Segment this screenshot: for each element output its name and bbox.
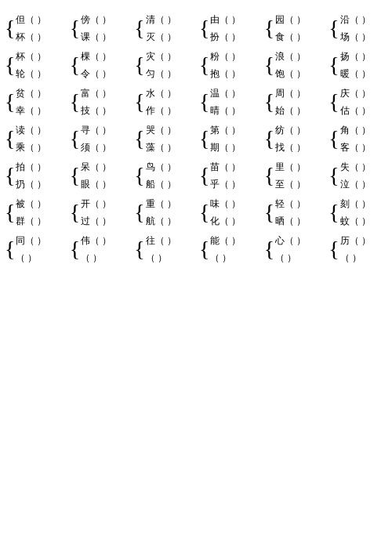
chars-column: 贫（ ）幸（ ） (16, 85, 69, 119)
column-group: {杯（ ）轮（ ） (5, 48, 70, 82)
column-group: {轻（ ）晒（ ） (264, 195, 329, 230)
column-group: {傍（ ）课（ ） (70, 11, 135, 45)
chars-column: 历（ ）（ ） (340, 232, 392, 266)
bot-char: 乘（ ） (16, 139, 69, 156)
left-brace: { (264, 54, 274, 76)
top-char: 富（ ） (81, 85, 134, 102)
row-group: {被（ ）群（ ）{开（ ）过（ ）{重（ ）航（ ）{味（ ）化（ ）{轻（ … (5, 195, 392, 230)
bot-char: （ ） (16, 249, 69, 266)
bot-char: 客（ ） (340, 139, 392, 156)
top-char: 园（ ） (275, 11, 328, 28)
chars-column: 灾（ ）匀（ ） (146, 48, 199, 82)
chars-column: 开（ ）过（ ） (81, 195, 134, 230)
top-char: 棵（ ） (81, 48, 134, 65)
top-char: 开（ ） (81, 195, 134, 212)
bot-char: （ ） (146, 249, 199, 266)
column-group: {味（ ）化（ ） (199, 195, 264, 230)
top-char: 纺（ ） (275, 121, 328, 139)
left-brace: { (328, 128, 339, 150)
bot-char: 估（ ） (340, 102, 392, 119)
top-char: 傍（ ） (81, 11, 134, 28)
bot-char: 眼（ ） (81, 176, 134, 193)
column-group: {清（ ）灭（ ） (134, 11, 199, 45)
top-char: 读（ ） (16, 121, 69, 139)
top-char: 贫（ ） (16, 85, 69, 102)
column-group: {刻（ ）蚊（ ） (328, 195, 392, 230)
column-group: {但（ ）杯（ ） (5, 11, 70, 45)
bot-char: （ ） (81, 249, 134, 266)
left-brace: { (134, 165, 144, 186)
main-content: {但（ ）杯（ ）{傍（ ）课（ ）{清（ ）灭（ ）{由（ ）扮（ ）{园（ … (0, 0, 392, 280)
bot-char: 期（ ） (210, 139, 263, 156)
column-group: {心（ ）（ ） (264, 232, 329, 266)
bot-char: 课（ ） (81, 28, 134, 45)
top-char: 苗（ ） (210, 158, 263, 176)
chars-column: 富（ ）技（ ） (81, 85, 134, 119)
left-brace: { (5, 238, 15, 260)
column-group: {伟（ ）（ ） (70, 232, 135, 266)
chars-column: 轻（ ）晒（ ） (275, 195, 328, 230)
bot-char: 船（ ） (146, 176, 199, 193)
left-brace: { (5, 201, 15, 223)
bot-char: 乎（ ） (210, 176, 263, 193)
chars-column: 被（ ）群（ ） (16, 195, 69, 230)
chars-column: 周（ ）始（ ） (275, 85, 328, 119)
column-group: {苗（ ）乎（ ） (199, 158, 264, 193)
left-brace: { (134, 201, 144, 223)
chars-column: 但（ ）杯（ ） (16, 11, 69, 45)
chars-column: 清（ ）灭（ ） (146, 11, 199, 45)
top-char: 失（ ） (340, 158, 392, 176)
left-brace: { (264, 17, 274, 39)
left-brace: { (70, 201, 80, 223)
column-group: {被（ ）群（ ） (5, 195, 70, 230)
top-char: 温（ ） (210, 85, 263, 102)
bot-char: 抱（ ） (210, 65, 263, 82)
left-brace: { (328, 17, 339, 39)
left-brace: { (199, 201, 209, 223)
chars-column: 园（ ）食（ ） (275, 11, 328, 45)
left-brace: { (70, 238, 80, 260)
top-char: 拍（ ） (16, 158, 69, 176)
left-brace: { (70, 128, 80, 150)
left-brace: { (264, 201, 274, 223)
chars-column: 角（ ）客（ ） (340, 121, 392, 156)
column-group: {哭（ ）藻（ ） (134, 121, 199, 156)
column-group: {粉（ ）抱（ ） (199, 48, 264, 82)
chars-column: 心（ ）（ ） (275, 232, 328, 266)
row-group: {贫（ ）幸（ ）{富（ ）技（ ）{水（ ）作（ ）{温（ ）晴（ ）{周（ … (5, 85, 392, 119)
left-brace: { (134, 91, 144, 113)
left-brace: { (5, 165, 15, 186)
top-char: 浪（ ） (275, 48, 328, 65)
chars-column: 水（ ）作（ ） (146, 85, 199, 119)
column-group: {第（ ）期（ ） (199, 121, 264, 156)
left-brace: { (264, 128, 274, 150)
chars-column: 哭（ ）藻（ ） (146, 121, 199, 156)
column-group: {重（ ）航（ ） (134, 195, 199, 230)
chars-column: 苗（ ）乎（ ） (210, 158, 263, 193)
top-char: 往（ ） (146, 232, 199, 249)
bot-char: 灭（ ） (146, 28, 199, 45)
column-group: {开（ ）过（ ） (70, 195, 135, 230)
column-group: {读（ ）乘（ ） (5, 121, 70, 156)
left-brace: { (70, 91, 80, 113)
left-brace: { (264, 91, 274, 113)
left-brace: { (70, 165, 80, 186)
column-group: {贫（ ）幸（ ） (5, 85, 70, 119)
top-char: 周（ ） (275, 85, 328, 102)
top-char: 哭（ ） (146, 121, 199, 139)
bot-char: 饱（ ） (275, 65, 328, 82)
left-brace: { (264, 165, 274, 186)
bot-char: 轮（ ） (16, 65, 69, 82)
left-brace: { (199, 238, 209, 260)
top-char: 第（ ） (210, 121, 263, 139)
left-brace: { (328, 201, 339, 223)
chars-column: 刻（ ）蚊（ ） (340, 195, 392, 230)
bot-char: 藻（ ） (146, 139, 199, 156)
chars-column: 失（ ）泣（ ） (340, 158, 392, 193)
left-brace: { (134, 17, 144, 39)
bot-char: 技（ ） (81, 102, 134, 119)
top-char: 水（ ） (146, 85, 199, 102)
top-char: 重（ ） (146, 195, 199, 212)
bot-char: 食（ ） (275, 28, 328, 45)
column-group: {周（ ）始（ ） (264, 85, 329, 119)
